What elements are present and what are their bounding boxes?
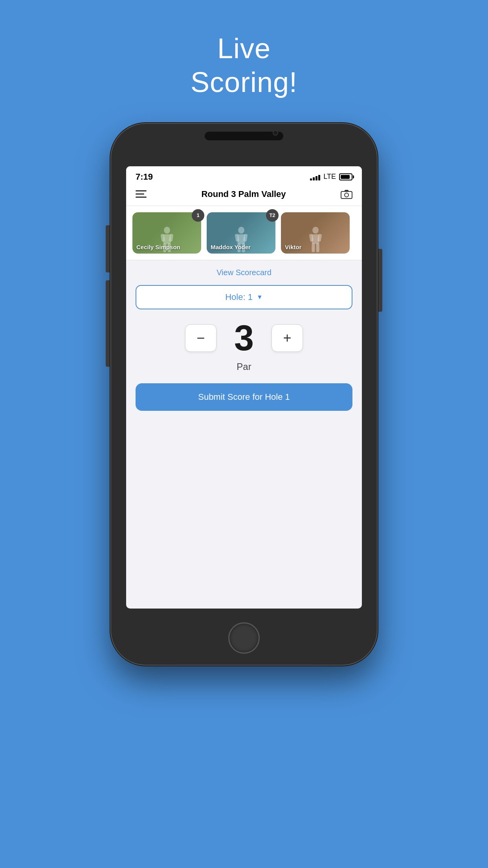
- player-name: Cecily Simpson: [136, 244, 180, 250]
- player-card[interactable]: T2 Maddox Yoder: [207, 212, 275, 254]
- hero-title: Live Scoring!: [191, 31, 297, 99]
- player-card[interactable]: Viktor: [281, 212, 350, 254]
- player-silhouette: [306, 226, 325, 254]
- svg-point-9: [238, 227, 244, 234]
- score-value: 3: [228, 320, 260, 356]
- camera-icon[interactable]: [341, 189, 352, 199]
- phone-speaker: [205, 132, 283, 140]
- battery-icon: [339, 173, 352, 180]
- score-counter: − 3 +: [136, 320, 352, 356]
- phone-camera: [273, 130, 278, 136]
- phone-home-button[interactable]: [228, 622, 260, 654]
- status-bar: 7:19 LTE: [126, 166, 362, 185]
- signal-icon: [310, 173, 320, 180]
- nav-title: Round 3 Palm Valley: [201, 189, 286, 199]
- svg-rect-20: [316, 243, 319, 252]
- hole-selector-button[interactable]: Hole: 1 ▼: [136, 285, 352, 309]
- view-scorecard-button[interactable]: View Scorecard: [136, 268, 352, 277]
- player-badge: T2: [266, 209, 279, 222]
- svg-rect-2: [345, 190, 349, 192]
- decrement-button[interactable]: −: [185, 324, 216, 352]
- hole-selector-label: Hole: 1: [225, 292, 253, 302]
- lte-label: LTE: [323, 173, 336, 181]
- svg-point-3: [164, 227, 170, 234]
- phone-shell: 7:19 LTE: [110, 123, 378, 666]
- submit-score-button[interactable]: Submit Score for Hole 1: [136, 383, 352, 411]
- player-badge: 1: [192, 209, 204, 222]
- phone-screen: 7:19 LTE: [126, 166, 362, 609]
- main-content: View Scorecard Hole: 1 ▼ − 3 + Par Submi…: [126, 260, 362, 419]
- status-time: 7:19: [136, 172, 153, 182]
- score-label: Par: [136, 361, 352, 372]
- svg-point-15: [312, 227, 319, 234]
- svg-rect-19: [312, 243, 315, 252]
- increment-button[interactable]: +: [272, 324, 303, 352]
- player-name: Viktor: [285, 244, 301, 250]
- status-right: LTE: [310, 173, 352, 181]
- player-name: Maddox Yoder: [211, 244, 251, 250]
- nav-bar: Round 3 Palm Valley: [126, 185, 362, 206]
- chevron-down-icon: ▼: [257, 294, 263, 301]
- players-strip: 1 Cecily Simpson: [126, 206, 362, 260]
- player-card[interactable]: 1 Cecily Simpson: [132, 212, 201, 254]
- hamburger-menu-button[interactable]: [136, 190, 147, 198]
- svg-rect-0: [341, 191, 352, 199]
- svg-point-1: [345, 193, 349, 197]
- battery-fill: [341, 175, 350, 179]
- phone-mockup: 7:19 LTE: [110, 123, 378, 666]
